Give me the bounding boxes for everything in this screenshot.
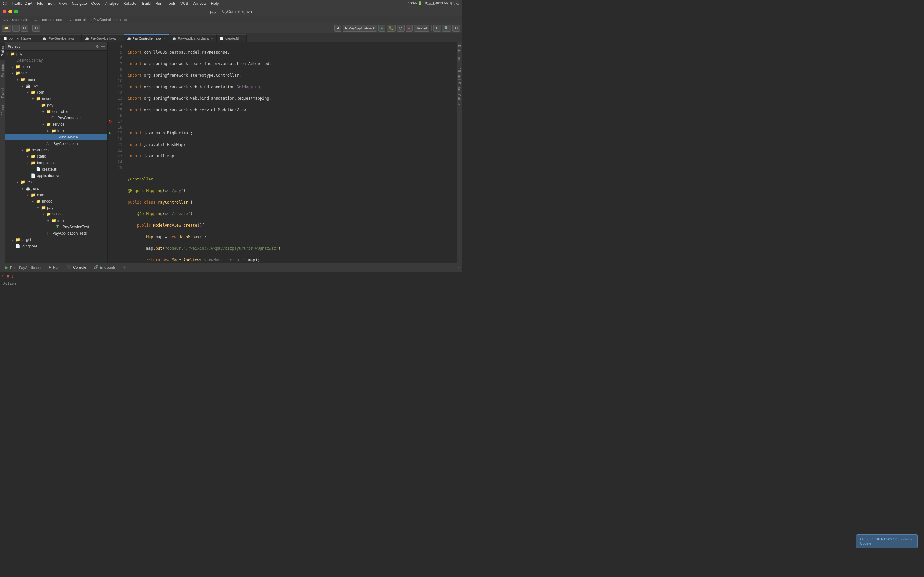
bottom-tab-run[interactable]: ▶ Run [45, 264, 63, 271]
tab-payservice[interactable]: ☕ PayService.java × [82, 34, 124, 42]
menu-vcs[interactable]: VCS [180, 1, 188, 6]
tab-close-button[interactable]: × [34, 37, 36, 40]
tree-item-ipayservice[interactable]: I IPayService [5, 134, 107, 140]
breadcrumb-item[interactable]: com [42, 18, 49, 21]
maximize-button[interactable] [14, 10, 18, 13]
tree-item-gitignore[interactable]: 📄 .gitignore [5, 243, 107, 250]
tree-item-idea[interactable]: ▸ 📁 .idea [5, 63, 107, 70]
code-editor[interactable]: 🫘 ▶ 4 5 6 7 8 9 10 1 [108, 42, 457, 263]
project-collapse-button[interactable]: — [101, 44, 105, 49]
breadcrumb-item[interactable]: pay [66, 18, 71, 21]
run-config-selector[interactable]: ▶ PayApplication ▾ [342, 25, 377, 32]
close-button[interactable] [3, 10, 6, 13]
menu-code[interactable]: Code [91, 1, 101, 6]
jrebel-setup-label[interactable]: JRebel Setup Guide [457, 65, 462, 107]
menu-tools[interactable]: Tools [167, 1, 176, 6]
jrebel-button[interactable]: JRebel [414, 25, 429, 32]
tree-item-service[interactable]: ▾ 📁 service [5, 121, 107, 127]
tree-item-path[interactable]: .Desktop/cs/pay [5, 57, 107, 63]
tree-item-imooc[interactable]: ▾ 📁 imooc [5, 95, 107, 102]
project-view-button[interactable]: 📁 [2, 25, 11, 32]
tree-item-java[interactable]: ▾ ☕ java [5, 83, 107, 89]
project-tab[interactable]: Project [0, 42, 5, 60]
settings-main-button[interactable]: ⚙ [452, 25, 460, 32]
tree-item-payapplication[interactable]: A PayApplication [5, 140, 107, 147]
menu-edit[interactable]: Edit [48, 1, 55, 6]
tree-item-pay-sub[interactable]: ▾ 📁 pay [5, 102, 107, 108]
menu-intellij[interactable]: IntelliJ IDEA [11, 1, 32, 6]
breadcrumb-item[interactable]: src [12, 18, 17, 21]
bottom-settings-button[interactable]: ⚙ [123, 266, 126, 269]
minimize-button[interactable] [8, 10, 12, 13]
tree-item-pay[interactable]: ▾ 📁 pay [5, 51, 107, 57]
search-everywhere-button[interactable]: 🔍 [442, 25, 451, 32]
restart-button[interactable]: ↻ [1, 274, 5, 279]
code-area[interactable]: 🫘 ▶ 4 5 6 7 8 9 10 1 [108, 42, 457, 263]
tab-close-button[interactable]: × [164, 37, 166, 40]
tree-item-create-ftl[interactable]: 📄 create.ftl [5, 166, 107, 172]
breadcrumb-item[interactable]: controller [75, 18, 89, 21]
tree-item-resources[interactable]: ▾ 📁 resources [5, 147, 107, 153]
menu-run[interactable]: Run [155, 1, 162, 6]
tree-item-impl[interactable]: ▸ 📁 impl [5, 127, 107, 134]
coverage-button[interactable]: ◎ [397, 25, 405, 32]
debug-button[interactable]: 🐛 [387, 25, 396, 32]
breadcrumb-item[interactable]: java [32, 18, 38, 21]
tree-item-src[interactable]: ▾ 📁 src [5, 70, 107, 76]
project-settings-button[interactable]: ⚙ [95, 44, 99, 49]
breadcrumb-item[interactable]: main [21, 18, 28, 21]
tree-item-payapplicationtests[interactable]: T PayApplicationTests [5, 230, 107, 237]
tab-close-button[interactable]: × [76, 37, 78, 40]
stop-run-button[interactable]: ■ [7, 274, 9, 279]
jrebel-tab[interactable]: JRebel [0, 101, 5, 119]
navigate-back-button[interactable]: ◀ [334, 25, 341, 32]
tree-item-target[interactable]: ▸ 📁 target [5, 237, 107, 243]
scroll-end-button[interactable]: ↓ [11, 274, 13, 279]
tree-item-templates[interactable]: ▾ 📁 templates [5, 160, 107, 166]
menu-refactor[interactable]: Refactor [123, 1, 137, 6]
database-label[interactable]: Database [457, 42, 462, 65]
stop-button[interactable]: ■ [406, 25, 413, 32]
tab-pom-xml[interactable]: 📄 pom.xml (pay) × [0, 34, 39, 42]
menu-build[interactable]: Build [142, 1, 151, 6]
tree-item-test-impl[interactable]: ▾ 📁 impl [5, 218, 107, 224]
gutter-line-17[interactable]: 🫘 [108, 119, 113, 124]
breadcrumb-item[interactable]: create [118, 18, 128, 21]
menu-analyze[interactable]: Analyze [105, 1, 119, 6]
structure-tab[interactable]: Structure [0, 60, 5, 81]
run-method-icon[interactable]: ▶ [109, 130, 111, 136]
expand-all-button[interactable]: ⊞ [12, 25, 19, 32]
code-content[interactable]: import com.lly835.bestpay.model.PayRespo… [124, 42, 457, 263]
update-button[interactable]: ↻ [433, 25, 441, 32]
tree-item-main[interactable]: ▾ 📁 main [5, 76, 107, 83]
tree-item-com[interactable]: ▾ 📁 com [5, 89, 107, 95]
menu-window[interactable]: Window [193, 1, 207, 6]
menu-help[interactable]: Help [211, 1, 219, 6]
tab-payapplication[interactable]: ☕ PayApplication.java × [169, 34, 216, 42]
tree-item-test-imooc[interactable]: ▾ 📁 imooc [5, 198, 107, 205]
tab-ipayservice[interactable]: ☕ IPayService.java × [39, 34, 82, 42]
tab-close-button[interactable]: × [118, 37, 120, 40]
apple-menu[interactable]: ⌘ [3, 1, 7, 6]
breadcrumb-item[interactable]: PayController [94, 18, 115, 21]
tree-item-application-yml[interactable]: 📄 application.yml [5, 172, 107, 179]
collapse-all-button[interactable]: ⊟ [21, 25, 28, 32]
tab-close-button[interactable]: × [211, 37, 213, 40]
tree-item-test-pay[interactable]: ▾ 📁 pay [5, 205, 107, 211]
tree-item-test-service[interactable]: ▾ 📁 service [5, 211, 107, 218]
tab-paycontroller[interactable]: ☕ PayController.java × [124, 34, 169, 42]
bean-icon[interactable]: 🫘 [108, 119, 112, 124]
breadcrumb-item[interactable]: imooc [53, 18, 62, 21]
favorites-tab[interactable]: Favorites [0, 81, 5, 101]
bottom-close-button[interactable]: × [457, 266, 459, 269]
gutter-line-19[interactable]: ▶ [108, 130, 113, 136]
tab-close-button[interactable]: × [241, 37, 243, 40]
tree-item-payservicetest[interactable]: T PayServiceTest [5, 224, 107, 230]
menu-file[interactable]: File [37, 1, 43, 6]
tree-item-paycontroller[interactable]: C PayController [5, 115, 107, 121]
tree-item-test[interactable]: ▾ 📁 test [5, 179, 107, 185]
run-button[interactable]: ▶ [378, 25, 385, 32]
menu-view[interactable]: View [59, 1, 67, 6]
tree-item-controller[interactable]: ▾ 📁 controller [5, 108, 107, 115]
bottom-tab-endpoints[interactable]: 🔗 Endpoints [90, 264, 120, 271]
